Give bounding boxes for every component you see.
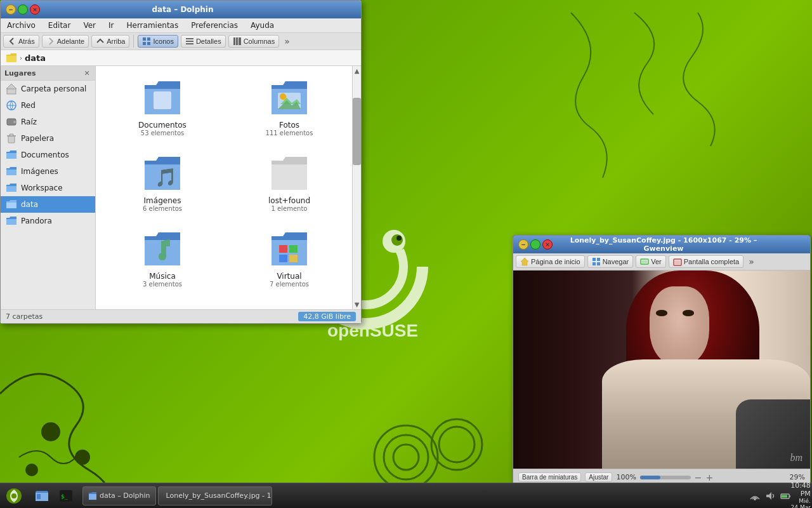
folder-documentos[interactable]: Documentos 53 elementos xyxy=(102,72,223,142)
menu-herramientas[interactable]: Herramientas xyxy=(122,20,182,31)
menu-ver[interactable]: Ver xyxy=(79,20,100,31)
back-button[interactable]: Atrás xyxy=(3,35,39,48)
icons-button[interactable]: Iconos xyxy=(138,35,178,48)
virtual-folder-icon xyxy=(269,229,310,269)
maximize-button[interactable] xyxy=(18,4,28,15)
window-controls: − × xyxy=(6,4,40,15)
menu-ayuda[interactable]: Ayuda xyxy=(247,20,278,31)
desktop: openSUSE − xyxy=(0,0,812,508)
tray-volume-icon[interactable] xyxy=(764,490,776,502)
svg-rect-33 xyxy=(154,91,171,109)
scroll-up-button[interactable]: ▲ xyxy=(353,66,361,76)
menu-archivo[interactable]: Archivo xyxy=(3,20,39,31)
scroll-thumb[interactable] xyxy=(353,98,361,165)
terminal-icon: $_ xyxy=(58,488,74,504)
svg-rect-21 xyxy=(233,37,235,45)
toolbar-more[interactable]: » xyxy=(282,35,292,48)
menu-ir[interactable]: Ir xyxy=(105,20,117,31)
gwenview-close-button[interactable]: × xyxy=(542,239,553,250)
tray-battery-icon[interactable] xyxy=(779,490,792,502)
dolphin-statusbar: 7 carpetas 42,8 GiB libre xyxy=(1,309,361,323)
kde-icon xyxy=(5,487,23,505)
photo-display: bm xyxy=(513,271,810,469)
sidebar-item-pandora[interactable]: Pandora xyxy=(1,213,95,229)
svg-point-6 xyxy=(41,422,60,441)
svg-rect-14 xyxy=(143,37,146,41)
svg-rect-16 xyxy=(143,42,146,45)
svg-point-61 xyxy=(754,498,756,500)
close-button[interactable]: × xyxy=(30,4,40,15)
address-current: data xyxy=(25,53,46,63)
folder-lost-found[interactable]: lost+found 1 elemento xyxy=(229,148,350,217)
taskbar-app-1[interactable] xyxy=(30,486,53,506)
svg-text:$_: $_ xyxy=(61,493,68,500)
gwenview-view-button[interactable]: Ver xyxy=(636,255,666,268)
taskbar-gwenview-window[interactable]: Lonely_by_SusanCoffey.jpg - 1600x10... xyxy=(158,486,272,505)
musica-folder-icon xyxy=(142,229,183,269)
zoom-fill xyxy=(640,476,660,479)
taskbar-dolphin-window[interactable]: data – Dolphin xyxy=(82,486,156,505)
columns-button[interactable]: Columnas xyxy=(228,35,280,48)
gwenview-window-controls: − × xyxy=(518,239,553,250)
zoom-slider[interactable] xyxy=(640,476,691,479)
gwenview-minimize-button[interactable]: − xyxy=(518,239,528,250)
sidebar-item-workspace[interactable]: Workspace xyxy=(1,180,95,196)
toolbar-sep-1 xyxy=(133,35,134,48)
svg-rect-51 xyxy=(675,260,680,264)
svg-rect-23 xyxy=(239,37,241,45)
sidebar-close-btn[interactable]: ✕ xyxy=(82,69,91,77)
svg-rect-40 xyxy=(289,245,298,253)
gwenview-fullscreen-button[interactable]: Pantalla completa xyxy=(669,255,743,268)
fit-button[interactable]: Ajustar xyxy=(585,472,612,482)
sidebar-item-documents[interactable]: Documentos xyxy=(1,147,95,163)
gwenview-navigate-icon xyxy=(592,257,601,266)
tray-network xyxy=(749,490,761,502)
tray-clock[interactable]: 10:48 PM Mié. 24 Mar xyxy=(794,490,807,502)
tray-network-icon[interactable] xyxy=(749,490,761,502)
imagenes-folder-icon: 🎵 xyxy=(142,153,183,194)
minimize-button[interactable]: − xyxy=(6,4,16,15)
up-icon xyxy=(96,37,105,46)
menu-editar[interactable]: Editar xyxy=(44,20,75,31)
svg-rect-64 xyxy=(782,495,787,497)
folder-fotos[interactable]: Fotos 111 elementos xyxy=(229,72,350,142)
tray-battery xyxy=(780,490,791,502)
sidebar-item-images[interactable]: Imágenes xyxy=(1,163,95,180)
start-button[interactable] xyxy=(3,486,25,506)
file-grid: Documentos 53 elementos xyxy=(96,66,361,299)
gwenview-home-button[interactable]: Página de inicio xyxy=(516,255,585,268)
zoom-plus-icon[interactable]: + xyxy=(706,472,714,483)
sidebar-item-data[interactable]: data xyxy=(1,196,95,213)
svg-rect-15 xyxy=(147,37,150,41)
gwenview-fullscreen-icon xyxy=(673,257,682,266)
sidebar-item-root[interactable]: Raíz xyxy=(1,114,95,130)
svg-rect-44 xyxy=(593,258,596,261)
scroll-down-button[interactable]: ▼ xyxy=(353,300,361,309)
taskbar-app-2[interactable]: $_ xyxy=(55,486,77,506)
svg-rect-49 xyxy=(642,260,647,263)
svg-point-4 xyxy=(396,236,402,241)
sidebar-item-network[interactable]: Red xyxy=(1,97,95,114)
forward-button[interactable]: Adelante xyxy=(42,35,89,48)
up-button[interactable]: Arriba xyxy=(91,35,129,48)
images-folder-icon xyxy=(6,166,17,177)
svg-rect-46 xyxy=(593,262,596,265)
folder-imagenes[interactable]: 🎵 Imágenes 6 elementos xyxy=(102,148,223,217)
sidebar-item-trash[interactable]: Papelera xyxy=(1,130,95,147)
folder-musica[interactable]: Música 3 elementos xyxy=(102,224,223,293)
filemanager-icon xyxy=(34,488,49,504)
gwenview-navigate-button[interactable]: Navegar xyxy=(587,255,634,268)
zoom-minus-icon[interactable]: − xyxy=(695,472,702,483)
scrollbar[interactable]: ▲ ▼ xyxy=(352,66,361,309)
gwenview-maximize-button[interactable] xyxy=(530,239,540,250)
thumbnails-button[interactable]: Barra de miniaturas xyxy=(518,472,581,482)
folder-virtual[interactable]: Virtual 7 elementos xyxy=(229,224,350,293)
svg-marker-43 xyxy=(521,258,528,265)
drive-icon xyxy=(6,116,17,128)
gwenview-toolbar-more[interactable]: » xyxy=(746,255,757,268)
menu-preferencias[interactable]: Preferencias xyxy=(187,20,242,31)
icons-view-icon xyxy=(142,37,151,46)
taskbar-tray: 10:48 PM Mié. 24 Mar xyxy=(743,490,812,502)
sidebar-item-home[interactable]: Carpeta personal xyxy=(1,81,95,97)
details-button[interactable]: Detalles xyxy=(181,35,226,48)
